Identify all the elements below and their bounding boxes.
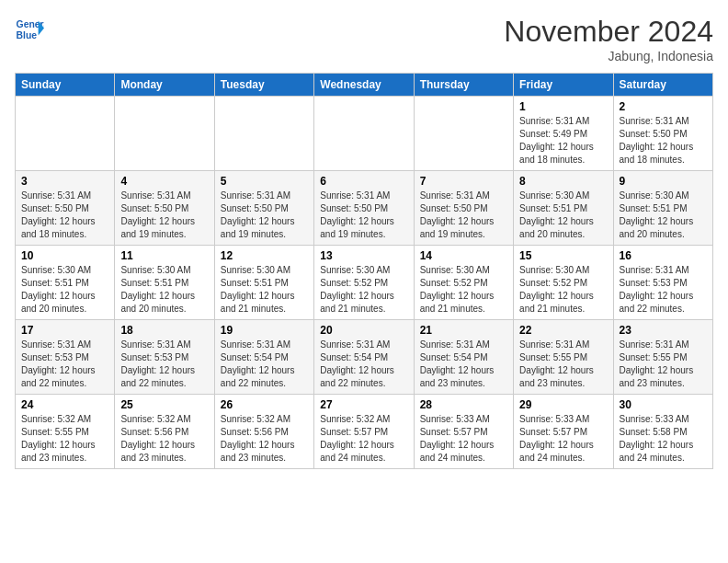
- title-area: November 2024 Jabung, Indonesia: [504, 15, 713, 63]
- calendar-cell: 1Sunrise: 5:31 AMSunset: 5:49 PMDaylight…: [514, 97, 613, 171]
- day-number: 29: [519, 398, 607, 411]
- day-info: Sunrise: 5:31 AMSunset: 5:53 PMDaylight:…: [21, 339, 108, 390]
- calendar-cell: 3Sunrise: 5:31 AMSunset: 5:50 PMDaylight…: [16, 171, 115, 246]
- weekday-header: Thursday: [414, 74, 513, 97]
- day-number: 4: [120, 175, 208, 188]
- calendar-cell: 23Sunrise: 5:31 AMSunset: 5:55 PMDayligh…: [613, 320, 712, 395]
- day-number: 26: [221, 398, 308, 411]
- calendar-cell: 12Sunrise: 5:30 AMSunset: 5:51 PMDayligh…: [214, 246, 313, 320]
- day-number: 2: [620, 100, 707, 113]
- day-info: Sunrise: 5:31 AMSunset: 5:50 PMDaylight:…: [221, 190, 308, 241]
- day-info: Sunrise: 5:32 AMSunset: 5:56 PMDaylight:…: [120, 413, 208, 465]
- weekday-header: Friday: [514, 74, 613, 97]
- calendar-cell: 27Sunrise: 5:32 AMSunset: 5:57 PMDayligh…: [314, 395, 414, 469]
- day-number: 19: [221, 324, 308, 337]
- day-number: 1: [519, 100, 607, 113]
- calendar-cell: 22Sunrise: 5:31 AMSunset: 5:55 PMDayligh…: [514, 320, 613, 395]
- day-info: Sunrise: 5:33 AMSunset: 5:57 PMDaylight:…: [420, 413, 507, 465]
- day-number: 6: [320, 175, 407, 188]
- calendar-cell: 29Sunrise: 5:33 AMSunset: 5:57 PMDayligh…: [514, 395, 613, 469]
- day-number: 9: [620, 175, 707, 188]
- day-number: 23: [620, 324, 707, 337]
- calendar-cell: [115, 97, 214, 171]
- day-number: 3: [21, 175, 108, 188]
- calendar-cell: 18Sunrise: 5:31 AMSunset: 5:53 PMDayligh…: [115, 320, 214, 395]
- day-number: 22: [519, 324, 607, 337]
- day-number: 18: [120, 324, 208, 337]
- day-info: Sunrise: 5:31 AMSunset: 5:54 PMDaylight:…: [320, 339, 407, 390]
- day-number: 17: [21, 324, 108, 337]
- calendar-cell: 21Sunrise: 5:31 AMSunset: 5:54 PMDayligh…: [414, 320, 513, 395]
- day-number: 21: [420, 324, 507, 337]
- calendar-cell: 6Sunrise: 5:31 AMSunset: 5:50 PMDaylight…: [314, 171, 414, 246]
- calendar-cell: 11Sunrise: 5:30 AMSunset: 5:51 PMDayligh…: [115, 246, 214, 320]
- day-info: Sunrise: 5:31 AMSunset: 5:54 PMDaylight:…: [221, 339, 308, 390]
- calendar-week-row: 17Sunrise: 5:31 AMSunset: 5:53 PMDayligh…: [16, 320, 713, 395]
- day-number: 13: [320, 249, 407, 262]
- calendar-cell: 5Sunrise: 5:31 AMSunset: 5:50 PMDaylight…: [214, 171, 313, 246]
- day-info: Sunrise: 5:30 AMSunset: 5:52 PMDaylight:…: [519, 264, 607, 316]
- day-info: Sunrise: 5:31 AMSunset: 5:50 PMDaylight:…: [420, 190, 507, 241]
- calendar-cell: 2Sunrise: 5:31 AMSunset: 5:50 PMDaylight…: [613, 97, 712, 171]
- day-number: 25: [120, 398, 208, 411]
- day-number: 10: [21, 249, 108, 262]
- day-number: 24: [21, 398, 108, 411]
- day-info: Sunrise: 5:30 AMSunset: 5:52 PMDaylight:…: [320, 264, 407, 316]
- calendar-cell: 17Sunrise: 5:31 AMSunset: 5:53 PMDayligh…: [16, 320, 115, 395]
- day-info: Sunrise: 5:31 AMSunset: 5:53 PMDaylight:…: [120, 339, 208, 390]
- calendar-week-row: 1Sunrise: 5:31 AMSunset: 5:49 PMDaylight…: [16, 97, 713, 171]
- calendar-cell: [414, 97, 513, 171]
- calendar-cell: 16Sunrise: 5:31 AMSunset: 5:53 PMDayligh…: [613, 246, 712, 320]
- calendar-cell: 8Sunrise: 5:30 AMSunset: 5:51 PMDaylight…: [514, 171, 613, 246]
- month-title: November 2024: [504, 15, 713, 49]
- calendar-week-row: 24Sunrise: 5:32 AMSunset: 5:55 PMDayligh…: [16, 395, 713, 469]
- calendar-cell: 4Sunrise: 5:31 AMSunset: 5:50 PMDaylight…: [115, 171, 214, 246]
- weekday-header: Sunday: [16, 74, 115, 97]
- calendar-cell: [214, 97, 313, 171]
- svg-text:Blue: Blue: [17, 30, 38, 40]
- day-info: Sunrise: 5:30 AMSunset: 5:51 PMDaylight:…: [120, 264, 208, 316]
- day-number: 7: [420, 175, 507, 188]
- calendar-cell: 10Sunrise: 5:30 AMSunset: 5:51 PMDayligh…: [16, 246, 115, 320]
- calendar-cell: [16, 97, 115, 171]
- day-info: Sunrise: 5:30 AMSunset: 5:51 PMDaylight:…: [221, 264, 308, 316]
- logo-icon: General Blue: [15, 15, 44, 44]
- day-number: 11: [120, 249, 208, 262]
- day-number: 14: [420, 249, 507, 262]
- calendar-cell: 20Sunrise: 5:31 AMSunset: 5:54 PMDayligh…: [314, 320, 414, 395]
- calendar-cell: [314, 97, 414, 171]
- day-number: 15: [519, 249, 607, 262]
- day-info: Sunrise: 5:31 AMSunset: 5:53 PMDaylight:…: [620, 264, 707, 316]
- day-info: Sunrise: 5:30 AMSunset: 5:51 PMDaylight:…: [21, 264, 108, 316]
- calendar-cell: 9Sunrise: 5:30 AMSunset: 5:51 PMDaylight…: [613, 171, 712, 246]
- location: Jabung, Indonesia: [504, 49, 713, 63]
- day-info: Sunrise: 5:31 AMSunset: 5:50 PMDaylight:…: [21, 190, 108, 241]
- calendar-table: SundayMondayTuesdayWednesdayThursdayFrid…: [15, 73, 713, 469]
- calendar-cell: 19Sunrise: 5:31 AMSunset: 5:54 PMDayligh…: [214, 320, 313, 395]
- page-header: General Blue November 2024 Jabung, Indon…: [15, 15, 713, 63]
- day-info: Sunrise: 5:31 AMSunset: 5:49 PMDaylight:…: [519, 115, 607, 167]
- day-info: Sunrise: 5:31 AMSunset: 5:50 PMDaylight:…: [620, 115, 707, 167]
- day-number: 30: [620, 398, 707, 411]
- day-info: Sunrise: 5:32 AMSunset: 5:55 PMDaylight:…: [21, 413, 108, 465]
- day-info: Sunrise: 5:31 AMSunset: 5:50 PMDaylight:…: [120, 190, 208, 241]
- day-number: 12: [221, 249, 308, 262]
- day-number: 28: [420, 398, 507, 411]
- day-number: 16: [620, 249, 707, 262]
- calendar-week-row: 3Sunrise: 5:31 AMSunset: 5:50 PMDaylight…: [16, 171, 713, 246]
- calendar-cell: 15Sunrise: 5:30 AMSunset: 5:52 PMDayligh…: [514, 246, 613, 320]
- calendar-cell: 13Sunrise: 5:30 AMSunset: 5:52 PMDayligh…: [314, 246, 414, 320]
- weekday-header: Wednesday: [314, 74, 414, 97]
- day-number: 5: [221, 175, 308, 188]
- calendar-cell: 26Sunrise: 5:32 AMSunset: 5:56 PMDayligh…: [214, 395, 313, 469]
- weekday-header: Monday: [115, 74, 214, 97]
- calendar-cell: 28Sunrise: 5:33 AMSunset: 5:57 PMDayligh…: [414, 395, 513, 469]
- day-info: Sunrise: 5:30 AMSunset: 5:51 PMDaylight:…: [519, 190, 607, 241]
- day-info: Sunrise: 5:31 AMSunset: 5:55 PMDaylight:…: [519, 339, 607, 390]
- calendar-week-row: 10Sunrise: 5:30 AMSunset: 5:51 PMDayligh…: [16, 246, 713, 320]
- day-info: Sunrise: 5:32 AMSunset: 5:56 PMDaylight:…: [221, 413, 308, 465]
- calendar-cell: 25Sunrise: 5:32 AMSunset: 5:56 PMDayligh…: [115, 395, 214, 469]
- calendar-cell: 7Sunrise: 5:31 AMSunset: 5:50 PMDaylight…: [414, 171, 513, 246]
- weekday-header: Saturday: [613, 74, 712, 97]
- calendar-body: 1Sunrise: 5:31 AMSunset: 5:49 PMDaylight…: [16, 97, 713, 469]
